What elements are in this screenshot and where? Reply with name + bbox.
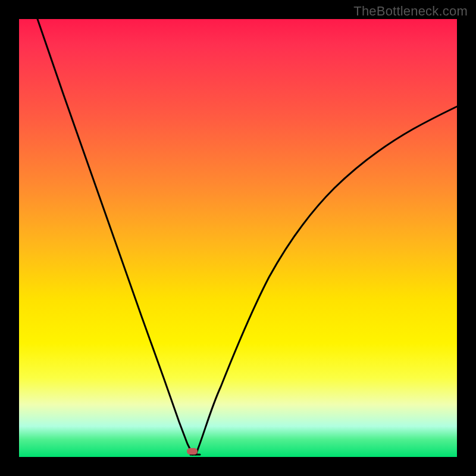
bottleneck-marker: [187, 448, 198, 455]
watermark-text: TheBottleneck.com: [353, 4, 468, 19]
chart-frame: TheBottleneck.com: [0, 0, 476, 476]
curve-right-branch: [196, 107, 457, 455]
curve-left-branch: [37, 19, 193, 455]
bottleneck-curve: [19, 19, 457, 457]
